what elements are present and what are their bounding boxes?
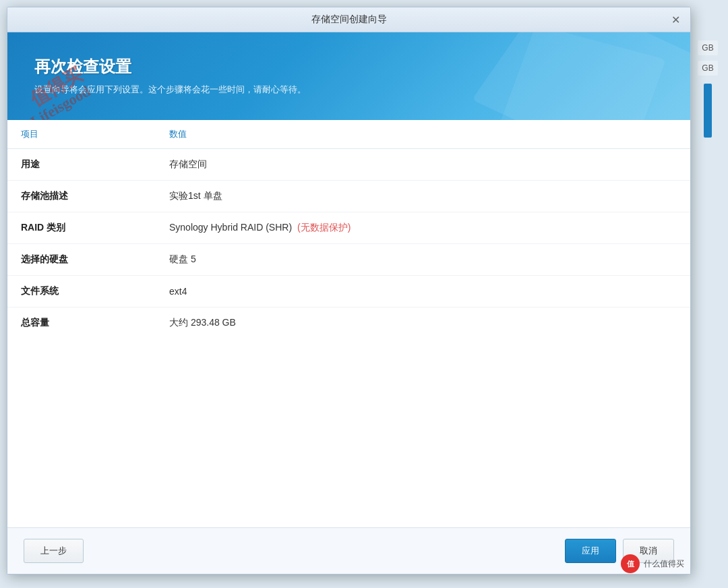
footer-left: 上一步 (24, 539, 84, 563)
table-row: RAID 类别Synology Hybrid RAID (SHR)(无数据保护) (7, 212, 690, 244)
table-row: 选择的硬盘硬盘 5 (7, 244, 690, 276)
header-banner: 值得买 Lifeisgood 再次检查设置 设置向导将会应用下列设置。这个步骤将… (7, 32, 690, 120)
footer-right: 应用 取消 (565, 539, 674, 563)
row-value: ext4 (156, 276, 690, 307)
table-row: 用途存储空间 (7, 149, 690, 181)
apply-button[interactable]: 应用 (565, 539, 616, 563)
row-value: 存储空间 (156, 149, 690, 181)
banner-subtitle: 设置向导将会应用下列设置。这个步骤将会花一些时间，请耐心等待。 (34, 83, 663, 97)
row-warning: (无数据保护) (297, 222, 351, 233)
content-area: 项目 数值 用途存储空间存储池描述实验1st 单盘RAID 类别Synology… (7, 120, 690, 527)
row-label: 总容量 (7, 307, 156, 339)
banner-title: 再次检查设置 (34, 56, 663, 78)
col-item-header: 项目 (7, 120, 156, 149)
title-bar: 存储空间创建向导 ✕ (7, 7, 690, 32)
row-value: Synology Hybrid RAID (SHR)(无数据保护) (156, 212, 690, 244)
modal-dialog: 存储空间创建向导 ✕ 值得买 Lifeisgood 再次检查设置 设置向导将会应… (7, 7, 691, 575)
table-row: 存储池描述实验1st 单盘 (7, 181, 690, 212)
sidebar-gb-label-1: GB (698, 40, 717, 55)
table-row: 总容量大约 293.48 GB (7, 307, 690, 339)
table-row: 文件系统ext4 (7, 276, 690, 307)
sidebar-progress-bar (704, 84, 712, 138)
row-label: 用途 (7, 149, 156, 181)
close-button[interactable]: ✕ (669, 13, 682, 26)
prev-button[interactable]: 上一步 (24, 539, 84, 563)
modal-title: 存储空间创建向导 (29, 13, 669, 26)
row-value: 实验1st 单盘 (156, 181, 690, 212)
settings-table: 项目 数值 用途存储空间存储池描述实验1st 单盘RAID 类别Synology… (7, 120, 690, 339)
col-value-header: 数值 (156, 120, 690, 149)
row-label: 文件系统 (7, 276, 156, 307)
row-label: 存储池描述 (7, 181, 156, 212)
sidebar-background: GB GB (688, 0, 728, 588)
cancel-button[interactable]: 取消 (623, 539, 674, 563)
row-value: 大约 293.48 GB (156, 307, 690, 339)
row-label: 选择的硬盘 (7, 244, 156, 276)
row-value: 硬盘 5 (156, 244, 690, 276)
row-label: RAID 类别 (7, 212, 156, 244)
sidebar-gb-label-2: GB (698, 61, 717, 76)
footer: 上一步 应用 取消 (7, 527, 690, 574)
